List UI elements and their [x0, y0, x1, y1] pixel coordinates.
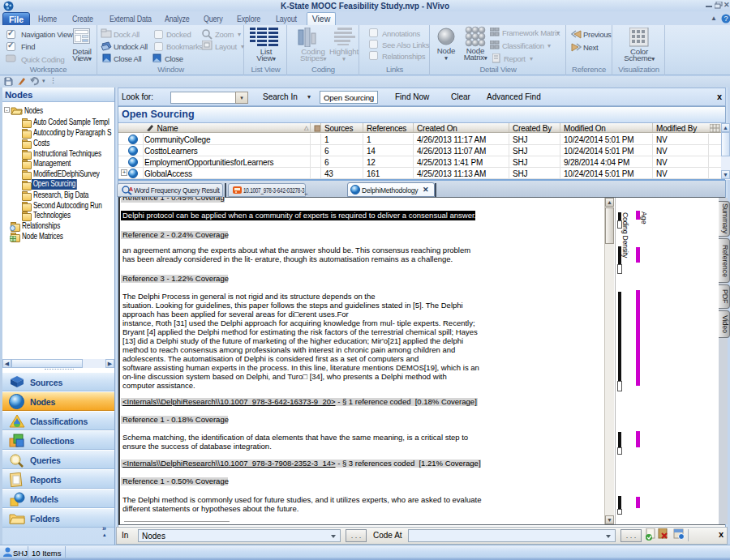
svg-text:?: ? — [724, 15, 728, 23]
svg-text:A: A — [129, 186, 133, 192]
